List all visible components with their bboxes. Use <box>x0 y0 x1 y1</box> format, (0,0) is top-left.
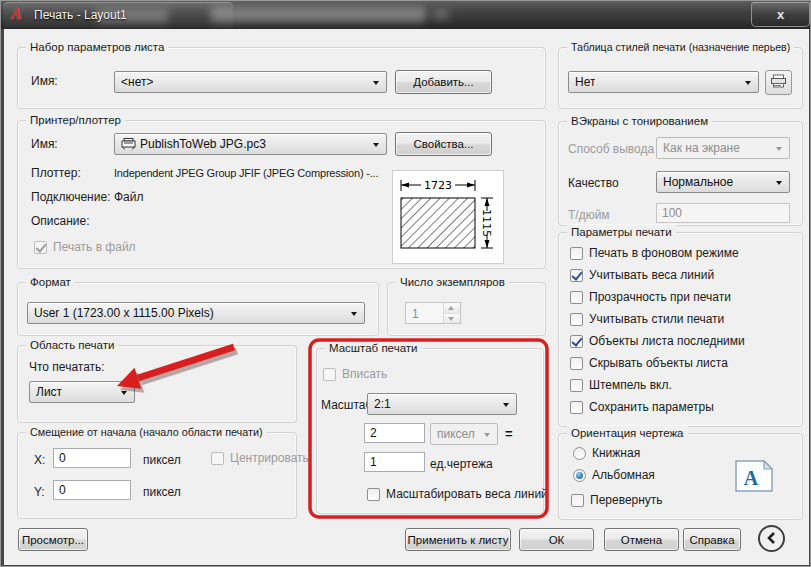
paper-size-combo[interactable]: User 1 (1723.00 x 1115.00 Pixels) <box>27 302 365 324</box>
close-button[interactable]: x <box>751 2 810 27</box>
stepper-up-icon[interactable] <box>444 303 460 314</box>
portrait-radio[interactable] <box>573 447 586 460</box>
plot-option-row: Учитывать веса линий <box>570 269 745 282</box>
shade-plot-combo[interactable]: Как на экране <box>656 137 790 159</box>
paper-width-dim: 1723 <box>424 179 452 192</box>
apply-to-layout-button[interactable]: Применить к листу <box>405 528 511 551</box>
page-setup-name-label: Имя: <box>31 74 58 88</box>
plot-option-row: Объекты листа последними <box>570 335 745 348</box>
landscape-radio[interactable] <box>573 469 586 482</box>
quality-combo[interactable]: Нормальное <box>656 171 790 193</box>
dpi-input[interactable] <box>656 203 790 223</box>
center-plot-row: Центрировать <box>211 451 309 465</box>
plot-option-checkbox[interactable] <box>570 357 583 370</box>
plot-option-checkbox[interactable] <box>570 269 583 282</box>
plot-to-file-label: Печать в файл <box>53 241 136 254</box>
copies-value: 1 <box>406 303 443 323</box>
landscape-row: Альбомная <box>573 468 655 482</box>
scale-unit-value: пиксел <box>437 427 475 441</box>
center-plot-checkbox[interactable] <box>211 452 224 465</box>
plot-dialog: A Печать - Layout1 x Набор параметров ли… <box>0 0 811 567</box>
plot-option-row: Учитывать стили печати <box>570 313 745 326</box>
less-options-button[interactable] <box>758 525 785 552</box>
page-setup-name-combo[interactable]: <нет> <box>114 71 387 93</box>
plot-option-checkbox[interactable] <box>570 379 583 392</box>
scale-combo[interactable]: 2:1 <box>367 393 517 415</box>
plot-option-label: Прозрачность при печати <box>589 291 731 304</box>
copies-stepper[interactable]: 1 <box>405 302 461 324</box>
offset-y-unit: пиксел <box>143 485 181 499</box>
flip-label: Перевернуть <box>590 494 663 507</box>
plotter-icon <box>121 138 136 150</box>
plot-option-label: Скрывать объекты листа <box>589 357 728 370</box>
offset-y-input[interactable] <box>53 480 131 500</box>
fit-to-paper-row: Вписать <box>323 367 387 381</box>
stepper-down-icon[interactable] <box>444 314 460 324</box>
offset-x-input[interactable] <box>53 448 131 468</box>
scale-unit-combo[interactable]: пиксел <box>430 423 498 445</box>
plot-option-checkbox[interactable] <box>570 291 583 304</box>
chevron-left-icon <box>766 530 778 548</box>
group-title: ВЭкраны с тонированием <box>567 114 712 128</box>
blurred-background <box>433 10 449 19</box>
group-title: Принтер/плоттер <box>26 113 125 127</box>
group-title: Масштаб печати <box>325 341 421 355</box>
what-to-plot-combo[interactable]: Лист <box>29 381 135 403</box>
plot-option-checkbox[interactable] <box>570 313 583 326</box>
connection-label: Подключение: <box>31 190 110 204</box>
add-page-setup-button[interactable]: Добавить... <box>395 70 492 94</box>
scale-denominator-input[interactable] <box>364 452 425 472</box>
portrait-label: Книжная <box>592 447 640 460</box>
printer-name-value: PublishToWeb JPG.pc3 <box>140 137 266 151</box>
portrait-row: Книжная <box>573 446 640 460</box>
scale-numerator-input[interactable] <box>364 423 425 443</box>
plotter-value: Independent JPEG Group JFIF (JPEG Compre… <box>114 167 390 179</box>
dpi-label: Т/дюйм <box>568 208 610 222</box>
plot-option-checkbox[interactable] <box>570 335 583 348</box>
plot-option-label: Учитывать стили печати <box>589 313 724 326</box>
plot-option-row: Штемпель вкл. <box>570 379 745 392</box>
plot-option-label: Объекты листа последними <box>589 335 745 348</box>
printer-properties-button[interactable]: Свойства... <box>395 132 492 156</box>
printer-name-combo[interactable]: PublishToWeb JPG.pc3 <box>114 133 387 155</box>
preview-button[interactable]: Просмотр... <box>18 528 88 551</box>
plotter-label: Плоттер: <box>31 166 81 180</box>
plot-option-label: Сохранить параметры <box>589 401 714 414</box>
plot-style-table-combo[interactable]: Нет <box>568 71 759 93</box>
offset-x-unit: пиксел <box>143 453 181 467</box>
fit-to-paper-checkbox[interactable] <box>323 368 336 381</box>
flip-checkbox[interactable] <box>571 494 584 507</box>
scale-lineweights-checkbox[interactable] <box>367 488 380 501</box>
group-title: Таблица стилей печати (назначение перьев… <box>567 40 794 54</box>
plot-option-label: Учитывать веса линий <box>589 269 714 282</box>
group-title: Параметры печати <box>567 225 676 239</box>
group-title: Формат <box>26 275 75 289</box>
what-to-plot-value: Лист <box>36 385 62 399</box>
group-plot-offset: Смещение от начала (начало области печат… <box>17 432 297 519</box>
autocad-logo-icon: A <box>11 5 29 24</box>
cancel-button[interactable]: Отмена <box>604 528 679 551</box>
ok-button[interactable]: ОК <box>519 528 594 551</box>
fit-to-paper-label: Вписать <box>342 368 387 381</box>
shade-plot-value: Как на экране <box>663 141 740 155</box>
group-title: Ориентация чертежа <box>567 426 688 440</box>
orientation-paper-icon: A <box>734 459 774 497</box>
paper-size-value: User 1 (1723.00 x 1115.00 Pixels) <box>34 306 214 320</box>
offset-y-label: Y: <box>34 485 45 499</box>
plot-option-label: Штемпель вкл. <box>589 379 672 392</box>
equals-sign: = <box>505 426 513 441</box>
plot-option-checkbox[interactable] <box>570 247 583 260</box>
description-label: Описание: <box>31 214 90 228</box>
printer-name-label: Имя: <box>31 137 58 151</box>
help-button[interactable]: Справка <box>683 528 741 551</box>
edit-plot-style-button[interactable] <box>765 70 792 95</box>
plot-options-list: Печать в фоновом режимеУчитывать веса ли… <box>570 247 745 414</box>
plot-option-label: Печать в фоновом режиме <box>589 247 739 260</box>
orientation-letter: A <box>744 467 759 489</box>
plot-option-row: Скрывать объекты листа <box>570 357 745 370</box>
titlebar: A Печать - Layout1 x <box>1 1 811 29</box>
group-title: Набор параметров листа <box>26 40 168 54</box>
plot-to-file-checkbox[interactable] <box>34 241 47 254</box>
plot-option-row: Сохранить параметры <box>570 401 745 414</box>
plot-option-checkbox[interactable] <box>570 401 583 414</box>
